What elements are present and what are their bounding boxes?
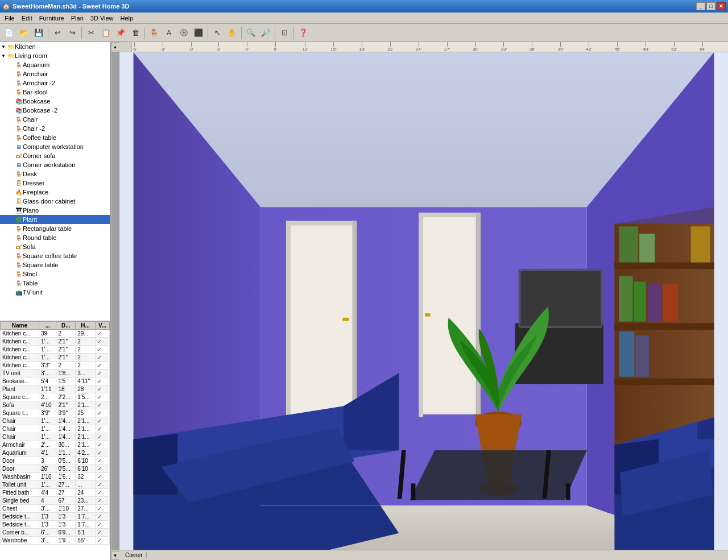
cell-vis[interactable]: ✓ [95, 497, 109, 505]
add-room-button[interactable]: Ⓡ [177, 26, 191, 40]
table-row[interactable]: Kitchen c... 39 2 29... ✓ [1, 330, 110, 338]
menu-help[interactable]: Help [117, 14, 137, 23]
tree-item-chair[interactable]: 🪑 Chair [0, 115, 110, 124]
tree-item-sofa[interactable]: 🛋 Sofa [0, 242, 110, 251]
add-text-button[interactable]: A [162, 26, 176, 40]
cell-vis[interactable]: ✓ [95, 465, 109, 473]
cell-vis[interactable]: ✓ [95, 457, 109, 465]
table-row[interactable]: Kitchen c... 1'... 2'1" 2 ✓ [1, 346, 110, 354]
tree-item-coffee-table[interactable]: 🪑 Coffee table [0, 133, 110, 142]
cell-vis[interactable]: ✓ [95, 370, 109, 378]
table-row[interactable]: Wardrobe 3'... 1'9... 55' ✓ [1, 537, 110, 545]
cell-vis[interactable]: ✓ [95, 417, 109, 425]
add-wall-button[interactable]: ⬛ [192, 26, 205, 40]
table-row[interactable]: Chair 1'... 1'4... 2'1... ✓ [1, 433, 110, 441]
cell-vis[interactable]: ✓ [95, 521, 109, 529]
table-row[interactable]: Aquarium 4'1 1'1... 4'2... ✓ [1, 449, 110, 457]
col-depth[interactable]: ... [39, 322, 56, 330]
table-row[interactable]: Bedside t... 1'3 1'3 1'7... ✓ [1, 513, 110, 521]
tree-item-desk[interactable]: 🪑 Desk [0, 169, 110, 179]
tree-item-aquarium[interactable]: 🪑 Aquarium [0, 60, 110, 69]
cell-vis[interactable]: ✓ [95, 513, 109, 521]
col-visible[interactable]: V... [95, 322, 109, 330]
tree-item-stool[interactable]: 🪑 Stool [0, 269, 110, 279]
tree-item-armchair[interactable]: 🪑 Armchair [0, 69, 110, 78]
table-row[interactable]: Chair 1'... 1'4... 2'1... ✓ [1, 417, 110, 425]
cell-vis[interactable]: ✓ [95, 425, 109, 433]
tree-item-table[interactable]: 🪑 Table [0, 279, 110, 288]
cell-vis[interactable]: ✓ [95, 354, 109, 362]
scroll-up[interactable]: ▲ [111, 42, 120, 51]
table-row[interactable]: Chest 3'... 1'10 27... ✓ [1, 505, 110, 513]
table-row[interactable]: Door 3 0'5... 6'10 ✓ [1, 457, 110, 465]
table-row[interactable]: Square t... 3'9" 3'9" 25 ✓ [1, 409, 110, 417]
redo-button[interactable]: ↪ [65, 26, 79, 40]
menu-plan[interactable]: Plan [68, 14, 87, 23]
tree-item-dresser[interactable]: 🗄 Dresser [0, 179, 110, 188]
cell-vis[interactable]: ✓ [95, 409, 109, 417]
open-button[interactable]: 📂 [17, 26, 31, 40]
scroll-thumb[interactable] [111, 52, 119, 550]
minimize-button[interactable]: _ [696, 2, 705, 10]
tree-item-computer-workstation[interactable]: 🖥 Computer workstation [0, 142, 110, 151]
table-row[interactable]: Bookase... 5'4 1'5 4'11" ✓ [1, 378, 110, 385]
cell-vis[interactable]: ✓ [95, 362, 109, 370]
cell-vis[interactable]: ✓ [95, 330, 109, 338]
paste-button[interactable]: 📌 [114, 26, 127, 40]
table-row[interactable]: Plant 1'11 18 28 ✓ [1, 385, 110, 393]
restore-button[interactable]: □ [706, 2, 715, 10]
tree-item-rectangular-table[interactable]: 🪑 Rectangular table [0, 224, 110, 233]
menu-edit[interactable]: Edit [18, 14, 36, 23]
tree-item-piano[interactable]: 🎹 Piano [0, 206, 110, 215]
cell-vis[interactable]: ✓ [95, 346, 109, 354]
tree-item-kitchen[interactable]: ▼ 📁 Kitchen [0, 42, 110, 51]
table-row[interactable]: Chair 1'... 1'4... 2'1... ✓ [1, 425, 110, 433]
table-row[interactable]: Armchair 2'... 30... 2'1... ✓ [1, 441, 110, 449]
table-row[interactable]: TV unit 3'... 1'8... 3... ✓ [1, 370, 110, 378]
cell-vis[interactable]: ✓ [95, 473, 109, 481]
tree-item-chair-2[interactable]: 🪑 Chair -2 [0, 124, 110, 133]
tree-item-living-room[interactable]: ▼ 📁 Living room [0, 51, 110, 60]
cell-vis[interactable]: ✓ [95, 481, 109, 489]
cell-vis[interactable]: ✓ [95, 449, 109, 457]
copy-button[interactable]: 📋 [99, 26, 113, 40]
col-name[interactable]: Name [1, 322, 39, 330]
tree-item-fireplace[interactable]: 🔥 Fireplace [0, 188, 110, 197]
tree-item-bar-stool[interactable]: 🪑 Bar stool [0, 88, 110, 97]
cell-vis[interactable]: ✓ [95, 401, 109, 409]
help-button[interactable]: ❓ [296, 26, 310, 40]
add-furniture-button[interactable]: 🪑 [147, 26, 161, 40]
delete-button[interactable]: 🗑 [129, 26, 142, 40]
tree-item-corner-sofa[interactable]: 🛋 Corner sofa [0, 151, 110, 160]
menu-furniture[interactable]: Furniture [36, 14, 68, 23]
cell-vis[interactable]: ✓ [95, 378, 109, 385]
table-row[interactable]: Kitchen c... 1'... 2'1" 2 ✓ [1, 338, 110, 346]
cell-vis[interactable]: ✓ [95, 393, 109, 401]
pan-button[interactable]: ✋ [225, 26, 239, 40]
table-row[interactable]: Fitted bath 4'4 27 24 ✓ [1, 489, 110, 497]
cell-vis[interactable]: ✓ [95, 433, 109, 441]
new-button[interactable]: 📄 [2, 26, 16, 40]
table-row[interactable]: Kitchen c... 1'... 2'1" 2 ✓ [1, 354, 110, 362]
undo-button[interactable]: ↩ [51, 26, 64, 40]
cell-vis[interactable]: ✓ [95, 385, 109, 393]
tree-item-armchair-2[interactable]: 🪑 Armchair -2 [0, 78, 110, 88]
tree-item-tv-unit[interactable]: 📺 TV unit [0, 288, 110, 297]
tree-item-corner-workstation[interactable]: 🖥 Corner workstation [0, 160, 110, 169]
table-row[interactable]: Corner b... 6'... 6'9... 5'1 ✓ [1, 529, 110, 537]
cell-vis[interactable]: ✓ [95, 338, 109, 346]
menu-file[interactable]: File [1, 14, 18, 23]
tree-item-glass-door-cabinet[interactable]: 🗄 Glass-door cabinet [0, 197, 110, 206]
select-button[interactable]: ↖ [210, 26, 224, 40]
tree-item-square-table[interactable]: 🪑 Square table [0, 260, 110, 269]
table-row[interactable]: Toilet unit 1'... 27... ... ✓ [1, 481, 110, 489]
save-button[interactable]: 💾 [32, 26, 46, 40]
table-row[interactable]: Single bed 4 67 23... ✓ [1, 497, 110, 505]
tree-item-bookcase[interactable]: 📚 Bookcase [0, 97, 110, 106]
furniture-tree[interactable]: ▼ 📁 Kitchen ▼ 📁 Living room 🪑 Aquarium [0, 42, 110, 321]
table-row[interactable]: Door 26' 0'5... 6'10 ✓ [1, 465, 110, 473]
close-button[interactable]: ✕ [717, 2, 726, 10]
left-scrollbar[interactable]: ▲ ▼ [110, 42, 119, 560]
tree-item-square-coffee-table[interactable]: 🪑 Square coffee table [0, 251, 110, 260]
scroll-down[interactable]: ▼ [111, 551, 120, 560]
